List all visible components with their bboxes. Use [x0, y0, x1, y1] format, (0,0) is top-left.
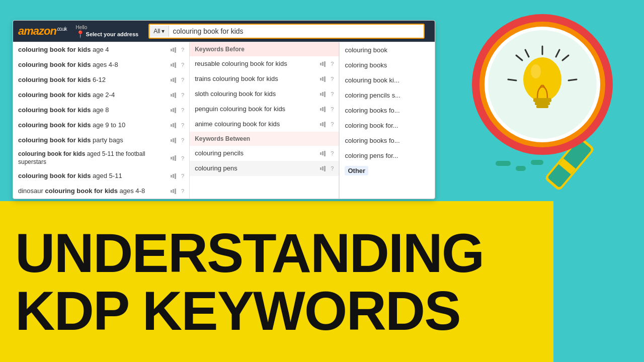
list-item[interactable]: colouring book ki... — [340, 72, 435, 87]
list-item[interactable]: penguin colouring book for kids ? — [190, 102, 339, 117]
amazon-header: amazon.co.uk Hello 📍 Select your address… — [13, 21, 435, 42]
title-area: UNDERSTANDING KDP KEYWORDS — [0, 201, 553, 362]
search-bar: All ▾ — [148, 24, 425, 39]
col1-suggestions: colouring book for kids age 4 ? colourin… — [13, 42, 190, 199]
search-panel: amazon.co.uk Hello 📍 Select your address… — [13, 20, 435, 199]
svg-point-8 — [523, 57, 561, 102]
list-item[interactable]: coloring books fo... — [340, 103, 435, 118]
bar-icon — [320, 122, 326, 127]
bar-icon — [320, 107, 326, 112]
bar-icon — [171, 123, 176, 128]
title-line1: UNDERSTANDING — [15, 224, 553, 282]
list-item[interactable]: coloring book for... — [340, 118, 435, 133]
address-select[interactable]: 📍 Select your address — [76, 30, 139, 38]
search-all-dropdown[interactable]: All ▾ — [149, 26, 169, 37]
list-item[interactable]: colouring book for kids party bags ? — [13, 133, 189, 148]
list-item[interactable]: colouring book for kids age 4 ? — [13, 42, 189, 57]
bar-icon — [320, 151, 326, 156]
list-item[interactable]: sloth colouring book for kids ? — [190, 86, 339, 102]
svg-point-9 — [531, 64, 541, 78]
address-hello: Hello — [76, 25, 139, 30]
list-item[interactable]: coloring pens for... — [340, 148, 435, 163]
svg-rect-10 — [533, 98, 551, 102]
svg-line-15 — [569, 79, 577, 80]
section-header-between: Keywords Between — [190, 132, 339, 146]
list-item[interactable]: trains colouring book for kids ? — [190, 71, 339, 86]
list-item[interactable]: colouring book — [340, 42, 435, 57]
col3-other: colouring book coloring books colouring … — [339, 42, 435, 199]
list-item[interactable]: reusable colouring book for kids ? — [190, 56, 339, 71]
magnifier-svg — [468, 10, 629, 201]
bar-icon — [171, 62, 176, 68]
list-item[interactable]: colouring book for kids ages 4-8 ? — [13, 57, 189, 72]
svg-line-17 — [508, 79, 516, 80]
search-input[interactable] — [169, 25, 424, 38]
bar-icon — [320, 61, 326, 67]
amazon-logo: amazon.co.uk — [18, 25, 67, 38]
magnifier-illustration — [468, 10, 629, 201]
svg-rect-12 — [536, 105, 548, 108]
list-item[interactable]: colouring book for kids aged 5-11 ? — [13, 168, 189, 184]
bar-icon — [171, 77, 176, 83]
list-item[interactable]: coloring books fo... — [340, 133, 435, 148]
col2-keywords: Keywords Before reusable colouring book … — [190, 42, 339, 199]
svg-rect-22 — [516, 166, 526, 171]
bar-icon — [320, 92, 326, 97]
list-item[interactable]: colouring book for kids aged 5-11 the fo… — [13, 148, 189, 168]
list-item[interactable]: anime colouring book for kids ? — [190, 117, 339, 132]
bar-icon — [320, 166, 326, 171]
bar-icon — [320, 76, 326, 82]
svg-rect-23 — [531, 160, 543, 165]
bar-icon — [171, 93, 176, 98]
bar-icon — [171, 108, 176, 113]
bar-icon — [171, 189, 176, 194]
bar-icon — [171, 138, 176, 143]
svg-rect-11 — [535, 102, 550, 105]
list-item[interactable]: colouring book for kids 6-12 ? — [13, 72, 189, 87]
list-item[interactable]: colouring book for kids age 9 to 10 ? — [13, 118, 189, 133]
bar-icon — [171, 173, 176, 179]
svg-rect-21 — [496, 161, 511, 166]
address-block: Hello 📍 Select your address — [76, 25, 139, 38]
chevron-down-icon: ▾ — [162, 28, 165, 35]
section-header-before: Keywords Before — [190, 42, 339, 56]
list-item[interactable]: colouring pens ? — [190, 161, 339, 176]
list-item[interactable]: colouring book for kids age 8 ? — [13, 103, 189, 118]
list-item[interactable]: coloring books — [340, 57, 435, 72]
amazon-logo-suffix: .co.uk — [56, 26, 67, 32]
list-item[interactable]: colouring book for kids age 2-4 ? — [13, 87, 189, 103]
bar-icon — [171, 155, 176, 161]
list-item[interactable]: colouring pencils ? — [190, 146, 339, 161]
list-item[interactable]: dinosaur colouring book for kids ages 4-… — [13, 184, 189, 199]
title-line2: KDP KEYWORDS — [15, 282, 553, 340]
search-dropdown: colouring book for kids age 4 ? colourin… — [13, 42, 435, 199]
list-item[interactable]: Other — [340, 163, 435, 178]
list-item[interactable]: coloring pencils s... — [340, 87, 435, 103]
bar-icon — [171, 47, 176, 53]
